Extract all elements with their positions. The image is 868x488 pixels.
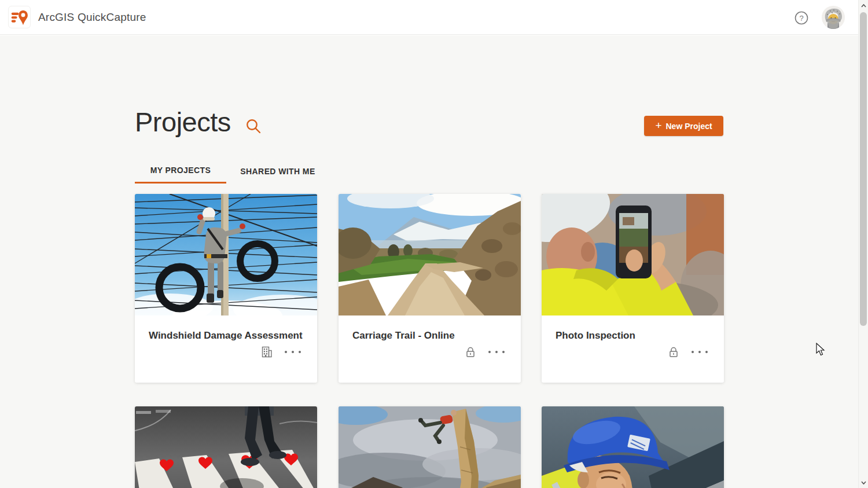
lock-icon xyxy=(667,345,681,359)
project-image-crosswalk-hearts[interactable] xyxy=(135,406,317,488)
project-card-carriage-trail-online[interactable]: Carriage Trail - Online xyxy=(339,194,521,383)
help-button[interactable]: ? xyxy=(794,10,809,25)
project-image-utility-worker[interactable] xyxy=(135,194,317,315)
avatar-image xyxy=(822,6,845,29)
project-card-photo-inspection[interactable]: Photo Inspection xyxy=(542,194,724,383)
plus-icon: + xyxy=(655,120,661,131)
tab-my-projects[interactable]: MY PROJECTS xyxy=(135,159,226,184)
new-project-label: New Project xyxy=(665,122,712,131)
project-card-climber[interactable] xyxy=(339,406,521,488)
tab-my-projects-label: MY PROJECTS xyxy=(150,166,211,175)
project-card-worker[interactable] xyxy=(542,406,724,488)
card-footer: Photo Inspection xyxy=(542,315,724,383)
svg-text:?: ? xyxy=(799,14,803,23)
user-avatar[interactable] xyxy=(822,6,845,29)
page-title: Projects xyxy=(135,106,231,138)
more-options-button[interactable] xyxy=(488,348,505,355)
search-button[interactable] xyxy=(245,118,262,135)
project-title: Windshield Damage Assessment xyxy=(149,330,303,342)
tab-shared-with-me-label: SHARED WITH ME xyxy=(240,167,315,176)
new-project-button[interactable]: + New Project xyxy=(644,116,723,136)
organization-icon xyxy=(260,345,274,359)
more-options-button[interactable] xyxy=(692,348,708,355)
quickcapture-app: ArcGIS QuickCapture ? xyxy=(0,0,868,488)
lock-icon xyxy=(464,345,477,359)
card-footer: Windshield Damage Assessment xyxy=(135,315,317,383)
tab-shared-with-me[interactable]: SHARED WITH ME xyxy=(234,159,322,184)
quickcapture-logo-icon xyxy=(11,9,28,26)
scroll-down-arrow[interactable] xyxy=(859,478,868,487)
main-content: Projects + New Project MY PROJECTS SHARE… xyxy=(0,35,858,488)
card-footer: Carriage Trail - Online xyxy=(339,315,521,383)
project-card-windshield-damage-assessment[interactable]: Windshield Damage Assessment xyxy=(135,194,317,383)
vertical-scrollbar[interactable] xyxy=(858,0,868,488)
project-card-crosswalk[interactable] xyxy=(135,406,317,488)
scroll-up-arrow[interactable] xyxy=(859,1,868,10)
project-image-rock-climber[interactable] xyxy=(339,406,521,488)
more-options-button[interactable] xyxy=(285,348,301,355)
project-title: Carriage Trail - Online xyxy=(352,330,455,342)
app-header: ArcGIS QuickCapture ? xyxy=(0,0,858,35)
search-icon xyxy=(245,118,262,135)
question-mark-icon: ? xyxy=(794,10,809,25)
scrollbar-thumb[interactable] xyxy=(860,12,867,326)
quickcapture-logo[interactable] xyxy=(8,6,31,28)
project-image-construction-worker[interactable] xyxy=(542,406,724,488)
project-image-dirt-trail[interactable] xyxy=(339,194,521,315)
project-title: Photo Inspection xyxy=(556,330,635,342)
app-title: ArcGIS QuickCapture xyxy=(38,11,146,24)
project-image-phone-photo[interactable] xyxy=(542,194,724,315)
